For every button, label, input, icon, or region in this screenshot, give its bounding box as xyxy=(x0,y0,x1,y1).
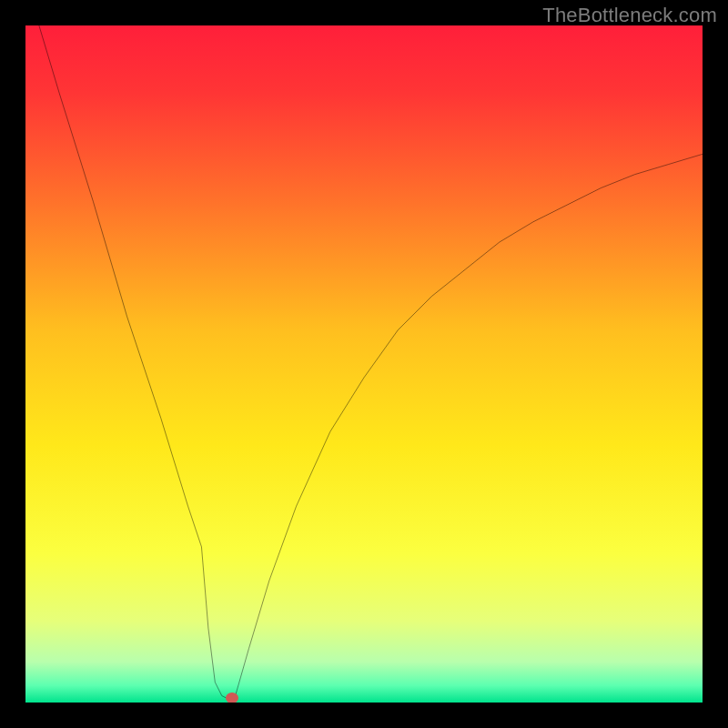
plot-area xyxy=(25,25,703,703)
bottleneck-curve xyxy=(25,25,703,703)
chart-frame: TheBottleneck.com xyxy=(0,0,728,728)
optimal-point-marker xyxy=(226,693,238,703)
watermark-text: TheBottleneck.com xyxy=(542,4,717,27)
